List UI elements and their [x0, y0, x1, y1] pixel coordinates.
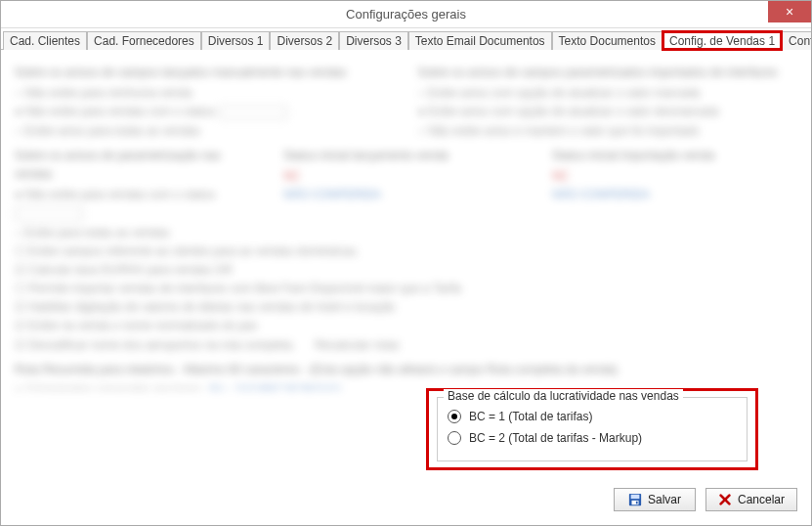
- blurred-background: Sobre os avisos de campos lançados manua…: [15, 58, 797, 390]
- tab-cad-clientes[interactable]: Cad. Clientes: [3, 31, 87, 50]
- radio-bc-2[interactable]: BC = 2 (Total de tarifas - Markup): [448, 431, 737, 445]
- cancel-label: Cancelar: [738, 493, 785, 506]
- close-icon: ×: [786, 4, 793, 20]
- tab-content: Sobre os avisos de campos lançados manua…: [1, 50, 811, 525]
- window-title: Configurações gerais: [346, 7, 466, 22]
- group-frame: Base de cálculo da lucratividade nas ven…: [437, 397, 748, 461]
- tab-texto-email-documentos[interactable]: Texto Email Documentos: [408, 31, 552, 50]
- cancel-button[interactable]: Cancelar: [705, 488, 797, 511]
- radio-icon: [448, 410, 461, 423]
- group-base-calculo-lucratividade: Base de cálculo da lucratividade nas ven…: [426, 388, 758, 470]
- tab-texto-documentos[interactable]: Texto Documentos: [552, 31, 662, 50]
- group-legend: Base de cálculo da lucratividade nas ven…: [444, 389, 683, 403]
- tab-config-vendas-2[interactable]: Config. de Vendas 2: [782, 31, 812, 50]
- svg-rect-3: [636, 502, 638, 504]
- titlebar: Configurações gerais ×: [1, 1, 811, 28]
- tab-config-vendas-1[interactable]: Config. de Vendas 1: [662, 31, 782, 50]
- tab-diversos-2[interactable]: Diversos 2: [270, 31, 339, 50]
- radio-label: BC = 1 (Total de tarifas): [469, 410, 592, 423]
- footer-buttons: Salvar Cancelar: [614, 488, 797, 511]
- save-button[interactable]: Salvar: [614, 488, 696, 511]
- radio-label: BC = 2 (Total de tarifas - Markup): [469, 431, 642, 445]
- radio-bc-1[interactable]: BC = 1 (Total de tarifas): [448, 410, 737, 423]
- save-icon: [628, 493, 642, 506]
- tab-cad-fornecedores[interactable]: Cad. Fornecedores: [87, 31, 201, 50]
- tab-diversos-1[interactable]: Diversos 1: [201, 31, 271, 50]
- close-button[interactable]: ×: [768, 1, 811, 22]
- cancel-icon: [718, 493, 732, 506]
- tab-strip: Cad. Clientes Cad. Fornecedores Diversos…: [1, 28, 811, 50]
- tab-diversos-3[interactable]: Diversos 3: [339, 31, 408, 50]
- svg-rect-1: [631, 495, 640, 499]
- save-label: Salvar: [648, 493, 681, 506]
- radio-icon: [448, 431, 461, 445]
